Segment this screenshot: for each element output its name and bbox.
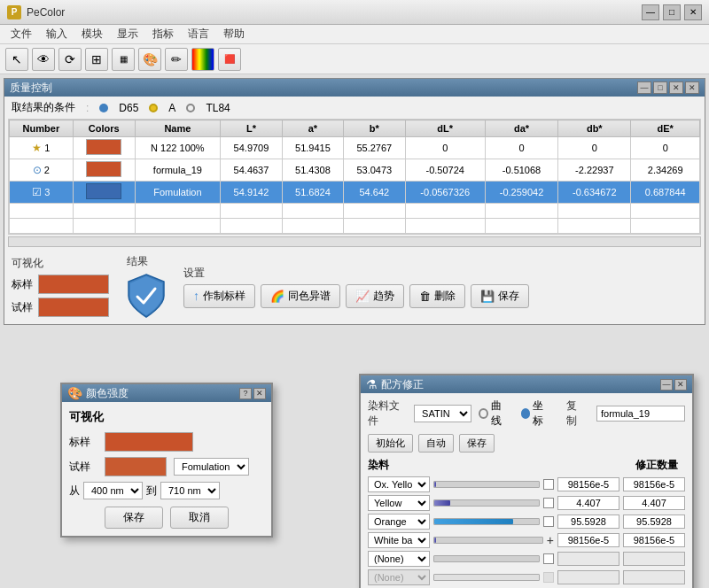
dye3-slider[interactable]	[433, 518, 540, 525]
dye1-value1[interactable]	[557, 477, 619, 491]
qc-close2[interactable]: ✕	[685, 81, 699, 94]
menu-help[interactable]: 帮助	[216, 25, 252, 43]
app-icon: P	[7, 5, 21, 19]
fc-mid-row: 初始化 自动 保存	[368, 434, 685, 453]
dye1-slider[interactable]	[433, 481, 540, 488]
dye4-slider[interactable]	[433, 537, 543, 544]
minimize-button[interactable]: —	[642, 4, 659, 20]
make-standard-btn[interactable]: ↑ 作制标样	[183, 284, 255, 308]
col-name: Name	[135, 120, 221, 137]
dye4-plus-btn[interactable]: +	[547, 533, 554, 547]
tool-brush[interactable]: ✏	[165, 48, 188, 71]
tool-palette[interactable]: 🎨	[138, 48, 161, 71]
ci-help-btn[interactable]: ?	[239, 388, 252, 399]
fc-dye-file-select[interactable]: SATIN	[414, 405, 471, 422]
row3-name: Fomulation	[135, 182, 221, 204]
dye3-checkbox[interactable]	[543, 516, 554, 527]
d65-radio-icon[interactable]	[99, 104, 108, 112]
dye2-slider[interactable]	[433, 499, 540, 507]
dye2-select[interactable]: Yellow	[368, 495, 430, 511]
menu-bar: 文件 输入 模块 显示 指标 语言 帮助	[0, 25, 709, 44]
ci-title-controls: ? ✕	[239, 388, 266, 399]
dye3-select[interactable]: Orange	[368, 514, 430, 530]
fc-formula-name-input[interactable]	[596, 406, 685, 422]
dye5-value2[interactable]	[623, 552, 685, 566]
dye6-select[interactable]: (None)	[368, 569, 430, 585]
tl84-label[interactable]: TL84	[206, 102, 230, 114]
ci-trial-select[interactable]: Fomulation	[174, 458, 249, 476]
fc-save-btn2[interactable]: 保存	[459, 434, 495, 453]
table-row-selected[interactable]: ☑ 3 Fomulation 54.9142 51.6824 54.642 -0…	[10, 182, 700, 204]
result-section: 结果	[127, 254, 166, 319]
dye1-slider-track[interactable]	[433, 481, 540, 488]
dye4-value1[interactable]	[557, 533, 619, 547]
dye3-value2[interactable]	[623, 514, 685, 529]
dye3-value1[interactable]	[557, 514, 619, 529]
ci-cancel-btn[interactable]: 取消	[170, 507, 229, 529]
fc-curve-radio[interactable]: 曲线	[479, 398, 510, 429]
tool-gradient[interactable]	[191, 48, 214, 71]
dye2-value1[interactable]	[557, 496, 619, 510]
dye2-value2[interactable]	[623, 496, 685, 510]
dye4-slider-track[interactable]	[433, 537, 543, 544]
tool-grid1[interactable]: ⊞	[85, 48, 108, 71]
menu-display[interactable]: 显示	[110, 25, 145, 43]
tool-swatches[interactable]: 🟥	[218, 48, 241, 71]
dye1-value2[interactable]	[623, 477, 685, 491]
dye2-slider-track[interactable]	[433, 499, 540, 507]
save-btn[interactable]: 💾 保存	[471, 284, 529, 308]
conditions-row: 取结果的条件 : D65 A TL84	[4, 97, 705, 119]
maximize-button[interactable]: □	[663, 4, 681, 20]
dye2-checkbox[interactable]	[543, 498, 554, 508]
a-radio-icon[interactable]	[149, 104, 158, 112]
dye1-checkbox[interactable]	[543, 479, 554, 490]
trend-label: 趋势	[373, 289, 394, 304]
ci-save-btn[interactable]: 保存	[105, 507, 163, 529]
data-table: Number Colors Name L* a* b* dL* da* db* …	[9, 120, 700, 234]
horizontal-scrollbar[interactable]	[8, 236, 701, 247]
dye1-select[interactable]: Ox. Yello	[368, 476, 430, 492]
metamerism-btn[interactable]: 🌈 同色异谱	[261, 284, 340, 308]
menu-file[interactable]: 文件	[4, 25, 39, 43]
menu-index[interactable]: 指标	[145, 25, 181, 43]
ci-title: 颜色强度	[86, 386, 129, 401]
fc-coord-radio[interactable]: 坐标	[521, 398, 552, 429]
d65-label[interactable]: D65	[119, 102, 138, 114]
dye3-slider-track[interactable]	[433, 518, 540, 525]
row2-dL: -0.50724	[405, 159, 485, 182]
menu-module[interactable]: 模块	[74, 25, 110, 43]
fc-minimize[interactable]: —	[660, 379, 673, 391]
tl84-radio-icon[interactable]	[186, 104, 195, 112]
table-row[interactable]: ★ 1 N 122 100% 54.9709 51.9415 55.2767 0…	[10, 137, 700, 159]
dye5-value1[interactable]	[557, 552, 619, 566]
qc-minimize[interactable]: —	[637, 81, 651, 94]
dye5-select[interactable]: (None)	[368, 551, 430, 567]
tool-eye[interactable]: 👁	[32, 48, 55, 71]
col-colors: Colors	[73, 120, 135, 137]
a-label[interactable]: A	[168, 102, 175, 114]
dye4-value2[interactable]	[623, 533, 685, 547]
fc-close-btn[interactable]: ✕	[674, 379, 687, 391]
qc-title: 质量控制	[10, 81, 52, 96]
trend-btn[interactable]: 📈 趋势	[346, 284, 404, 308]
ci-from-select[interactable]: 400 nm	[83, 482, 143, 499]
ci-close-btn[interactable]: ✕	[253, 388, 266, 399]
delete-btn[interactable]: 🗑 删除	[409, 284, 465, 308]
dye4-select[interactable]: White ba	[368, 532, 430, 548]
tool-cursor[interactable]: ↖	[5, 48, 28, 71]
tool-grid2[interactable]: ▦	[112, 48, 135, 71]
fc-top-row: 染料文件 SATIN 曲线 坐标 复制	[368, 398, 685, 429]
result-label: 结果	[127, 254, 166, 269]
close-button[interactable]: ✕	[684, 4, 702, 20]
dye5-checkbox[interactable]	[543, 553, 554, 564]
fc-init-btn[interactable]: 初始化	[368, 434, 413, 453]
qc-close1[interactable]: ✕	[669, 81, 683, 94]
menu-input[interactable]: 输入	[39, 25, 74, 43]
fc-copy-btn[interactable]: 复制	[566, 398, 586, 429]
fc-auto-btn[interactable]: 自动	[418, 434, 454, 453]
menu-language[interactable]: 语言	[181, 25, 216, 43]
table-row[interactable]: ⊙ 2 formula_19 54.4637 51.4308 53.0473 -…	[10, 159, 700, 182]
ci-to-select[interactable]: 710 nm	[160, 482, 220, 499]
qc-maximize[interactable]: □	[653, 81, 667, 94]
tool-rotate[interactable]: ⟳	[58, 48, 82, 71]
